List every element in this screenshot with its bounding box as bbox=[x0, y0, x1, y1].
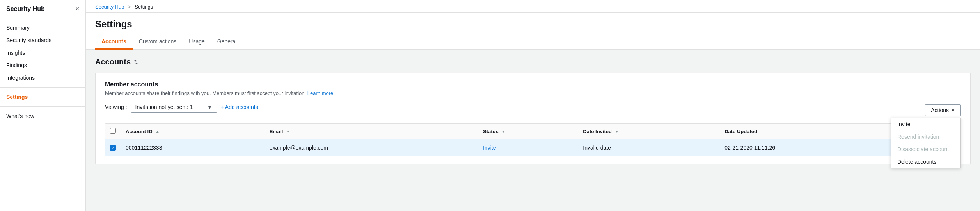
date-invited-sort-icon[interactable]: ▼ bbox=[615, 129, 619, 134]
th-status: Status ▼ bbox=[478, 124, 578, 139]
accounts-table-wrapper: Account ID ▲ Email ▼ bbox=[105, 123, 961, 156]
section-title-row: Accounts ↻ bbox=[95, 57, 971, 66]
viewing-select-value: Invitation not yet sent: 1 bbox=[135, 104, 193, 110]
card-description: Member accounts share their findings wit… bbox=[105, 90, 961, 96]
sidebar-item-insights[interactable]: Insights bbox=[0, 46, 85, 59]
sidebar-divider-2 bbox=[0, 106, 85, 107]
actions-button-label: Actions bbox=[931, 107, 949, 113]
viewing-select-chevron: ▼ bbox=[207, 104, 213, 110]
sidebar-close-button[interactable]: × bbox=[76, 5, 79, 13]
row-status: Invite bbox=[478, 139, 578, 156]
card-title: Member accounts bbox=[105, 81, 961, 88]
actions-area: Actions ▼ Invite Resend invitation Disas… bbox=[925, 104, 961, 116]
email-sort-icon[interactable]: ▼ bbox=[286, 129, 290, 134]
th-email-label: Email bbox=[270, 129, 283, 134]
breadcrumb-link[interactable]: Security Hub bbox=[95, 4, 124, 10]
status-sort-icon[interactable]: ▼ bbox=[502, 129, 506, 134]
viewing-select[interactable]: Invitation not yet sent: 1 ▼ bbox=[131, 102, 217, 113]
dropdown-item-invite[interactable]: Invite bbox=[891, 118, 960, 131]
sidebar: Security Hub × Summary Security standard… bbox=[0, 0, 86, 211]
actions-button[interactable]: Actions ▼ bbox=[925, 104, 961, 116]
section-title: Accounts bbox=[95, 57, 131, 66]
sidebar-title: Security Hub bbox=[6, 5, 45, 13]
th-account-id-label: Account ID bbox=[126, 129, 153, 134]
viewing-label: Viewing : bbox=[105, 104, 127, 110]
sidebar-item-settings[interactable]: Settings bbox=[0, 91, 85, 103]
member-accounts-card: Member accounts Member accounts share th… bbox=[95, 73, 971, 164]
dropdown-item-resend-invitation: Resend invitation bbox=[891, 131, 960, 143]
breadcrumb-current: Settings bbox=[135, 4, 153, 10]
row-account-id: 000111222333 bbox=[121, 139, 265, 156]
sidebar-divider bbox=[0, 87, 85, 88]
row-status-link[interactable]: Invite bbox=[483, 145, 496, 151]
refresh-icon[interactable]: ↻ bbox=[134, 58, 139, 66]
sidebar-header: Security Hub × bbox=[0, 0, 85, 18]
sidebar-item-whats-new[interactable]: What's new bbox=[0, 110, 85, 122]
accounts-table: Account ID ▲ Email ▼ bbox=[105, 124, 960, 156]
breadcrumb-separator: > bbox=[128, 4, 131, 10]
th-date-invited-label: Date Invited bbox=[583, 129, 612, 134]
th-checkbox bbox=[105, 124, 121, 139]
content-area: Accounts ↻ Member accounts Member accoun… bbox=[86, 50, 980, 211]
page-header: Settings bbox=[86, 13, 980, 34]
sidebar-item-integrations[interactable]: Integrations bbox=[0, 72, 85, 84]
th-account-id: Account ID ▲ bbox=[121, 124, 265, 139]
sidebar-item-security-standards[interactable]: Security standards bbox=[0, 34, 85, 46]
dropdown-item-delete-accounts[interactable]: Delete accounts bbox=[891, 156, 960, 168]
th-email: Email ▼ bbox=[265, 124, 478, 139]
dropdown-item-disassociate-account: Disassociate account bbox=[891, 143, 960, 156]
row-date-invited: Invalid date bbox=[578, 139, 720, 156]
sidebar-item-findings[interactable]: Findings bbox=[0, 59, 85, 72]
main-content: Security Hub > Settings Settings Account… bbox=[86, 0, 980, 211]
tabs-bar: Accounts Custom actions Usage General bbox=[86, 34, 980, 50]
tab-custom-actions[interactable]: Custom actions bbox=[133, 34, 183, 50]
page-title: Settings bbox=[95, 19, 971, 30]
actions-dropdown: Invite Resend invitation Disassociate ac… bbox=[891, 118, 961, 168]
account-id-sort-icon[interactable]: ▲ bbox=[156, 129, 160, 134]
table-row: 000111222333 example@example.com Invite … bbox=[105, 139, 960, 156]
tab-usage[interactable]: Usage bbox=[183, 34, 211, 50]
breadcrumb: Security Hub > Settings bbox=[86, 0, 980, 13]
add-accounts-button[interactable]: + Add accounts bbox=[221, 104, 258, 110]
row-checkbox-cell bbox=[105, 139, 121, 156]
actions-chevron-icon: ▼ bbox=[951, 108, 955, 113]
sidebar-nav: Summary Security standards Insights Find… bbox=[0, 18, 85, 125]
row-date-updated: 02-21-2020 11:11:26 bbox=[720, 139, 908, 156]
learn-more-link[interactable]: Learn more bbox=[307, 90, 333, 96]
row-checkbox[interactable] bbox=[110, 145, 116, 151]
table-body: 000111222333 example@example.com Invite … bbox=[105, 139, 960, 156]
viewing-row: Viewing : Invitation not yet sent: 1 ▼ +… bbox=[105, 102, 258, 113]
th-status-label: Status bbox=[483, 129, 499, 134]
th-date-updated: Date Updated bbox=[720, 124, 908, 139]
tab-accounts[interactable]: Accounts bbox=[95, 34, 133, 50]
row-email: example@example.com bbox=[265, 139, 478, 156]
tab-general[interactable]: General bbox=[211, 34, 243, 50]
sidebar-item-summary[interactable]: Summary bbox=[0, 21, 85, 34]
th-date-invited: Date Invited ▼ bbox=[578, 124, 720, 139]
th-date-updated-label: Date Updated bbox=[724, 129, 757, 134]
table-header: Account ID ▲ Email ▼ bbox=[105, 124, 960, 139]
select-all-checkbox[interactable] bbox=[110, 128, 116, 134]
card-description-text: Member accounts share their findings wit… bbox=[105, 90, 306, 96]
